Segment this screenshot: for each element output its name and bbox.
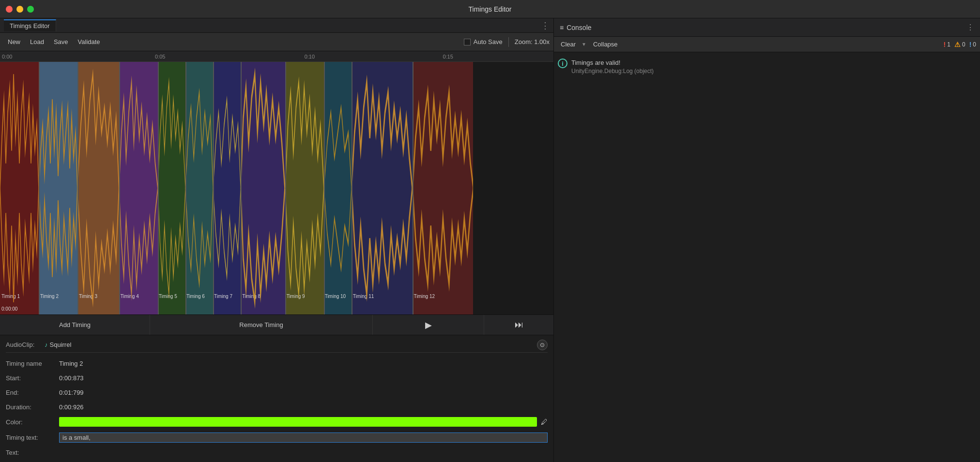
add-timing-label: Add Timing bbox=[59, 321, 91, 328]
transport-bar: Add Timing Remove Timing ▶ ⏭ bbox=[0, 314, 553, 335]
save-button[interactable]: Save bbox=[50, 36, 72, 47]
eyedropper-icon[interactable]: 🖊 bbox=[541, 418, 548, 426]
timing-block-1[interactable]: Timing 1 0:00:00 bbox=[0, 62, 39, 314]
timing-text-input[interactable] bbox=[59, 432, 548, 443]
timing-block-6[interactable]: Timing 6 bbox=[185, 62, 213, 314]
error-count: 1 bbox=[947, 41, 950, 48]
console-title-icon: ≡ bbox=[560, 24, 564, 31]
block-divider bbox=[77, 62, 78, 314]
play-button[interactable]: ▶ bbox=[373, 315, 484, 335]
load-button[interactable]: Load bbox=[26, 36, 48, 47]
timing-block-9[interactable]: Timing 9 bbox=[285, 62, 324, 314]
maximize-button[interactable] bbox=[27, 6, 34, 13]
start-value: 0:00:873 bbox=[59, 374, 84, 382]
add-timing-button[interactable]: Add Timing bbox=[0, 315, 150, 335]
block-divider bbox=[413, 62, 413, 314]
console-options-icon[interactable]: ⋮ bbox=[966, 23, 974, 32]
console-clear-button[interactable]: Clear bbox=[558, 40, 579, 49]
duration-row: Duration: 0:00:926 bbox=[6, 401, 548, 413]
target-button[interactable]: ⊙ bbox=[537, 340, 548, 350]
validate-button[interactable]: Validate bbox=[74, 36, 104, 47]
block-divider bbox=[241, 62, 242, 314]
console-panel: ≡ Console ⋮ Clear ▼ Collapse ! 1 ⚠ 0 ! bbox=[554, 18, 980, 462]
play-icon: ▶ bbox=[425, 320, 432, 330]
timing-block-11[interactable]: Timing 11 bbox=[352, 62, 413, 314]
next-button[interactable]: ⏭ bbox=[484, 315, 553, 335]
remove-timing-button[interactable]: Remove Timing bbox=[150, 315, 373, 335]
timing-block-8[interactable]: Timing 8 bbox=[241, 62, 285, 314]
ruler-mark-10: 0:10 bbox=[305, 54, 315, 60]
warning-count: 0 bbox=[962, 41, 965, 48]
console-warning-count: ⚠ 0 bbox=[954, 41, 965, 48]
audioclip-row: AudioClip: ♪ Squirrel ⊙ bbox=[6, 339, 548, 353]
audioclip-value: Squirrel bbox=[50, 341, 537, 348]
console-entry-message: Timings are valid! bbox=[571, 58, 654, 68]
timeline-ruler: 0:00 0:05 0:10 0:15 bbox=[0, 51, 553, 62]
ruler-mark-0: 0:00 bbox=[2, 54, 12, 60]
error-icon: ! bbox=[944, 41, 946, 48]
timing-block-2[interactable]: Timing 2 bbox=[39, 62, 77, 314]
color-row: Color: 🖊 bbox=[6, 416, 548, 428]
timing-block-3[interactable]: Timing 3 bbox=[77, 62, 119, 314]
color-bar-bg bbox=[59, 417, 537, 427]
main-layout: Timings Editor ⋮ New Load Save Validate … bbox=[0, 18, 980, 462]
properties-panel: AudioClip: ♪ Squirrel ⊙ Timing name Timi… bbox=[0, 335, 553, 462]
console-entry-icon: i bbox=[558, 59, 567, 68]
block-divider bbox=[213, 62, 214, 314]
new-button[interactable]: New bbox=[4, 36, 24, 47]
timing-name-label: Timing name bbox=[6, 360, 59, 367]
toolbar: New Load Save Validate Auto Save Zoom: 1… bbox=[0, 33, 553, 51]
editor-tab[interactable]: Timings Editor bbox=[4, 19, 56, 31]
title-bar: Timings Editor bbox=[0, 0, 980, 18]
block-divider bbox=[119, 62, 120, 314]
start-label: Start: bbox=[6, 374, 59, 382]
close-button[interactable] bbox=[6, 6, 13, 13]
block-divider bbox=[324, 62, 325, 314]
duration-value: 0:00:926 bbox=[59, 403, 84, 411]
timing-name-value: Timing 2 bbox=[59, 360, 83, 367]
timing-text-row: Timing text: bbox=[6, 431, 548, 444]
info-icon: ! bbox=[969, 41, 972, 48]
timing-block-10[interactable]: Timing 10 bbox=[324, 62, 352, 314]
timing-block-12[interactable]: Timing 12 bbox=[413, 62, 474, 314]
ruler-mark-5: 0:05 bbox=[155, 54, 165, 60]
color-label: Color: bbox=[6, 418, 59, 426]
waveform-container[interactable]: 0:00 0:05 0:10 0:15 Timing 1 0:00:00 bbox=[0, 51, 553, 314]
console-title-text: Console bbox=[567, 24, 591, 31]
minimize-button[interactable] bbox=[16, 6, 23, 13]
console-counts: ! 1 ⚠ 0 ! 0 bbox=[944, 41, 976, 48]
window-controls bbox=[6, 6, 34, 13]
block-divider bbox=[352, 62, 352, 314]
console-info-count: ! 0 bbox=[969, 41, 976, 48]
audioclip-label: AudioClip: bbox=[6, 341, 45, 348]
editor-menu-icon[interactable]: ⋮ bbox=[541, 20, 550, 31]
start-row: Start: 0:00:873 bbox=[6, 372, 548, 384]
text-row: Text: bbox=[6, 447, 548, 458]
window-title: Timings Editor bbox=[469, 5, 512, 13]
console-header: ≡ Console ⋮ bbox=[554, 18, 980, 37]
block-divider bbox=[39, 62, 40, 314]
toolbar-divider bbox=[508, 37, 509, 47]
color-bar-container[interactable] bbox=[59, 417, 537, 427]
block-divider bbox=[285, 62, 286, 314]
console-collapse-button[interactable]: Collapse bbox=[589, 40, 622, 49]
timing-block-7[interactable]: Timing 7 bbox=[213, 62, 241, 314]
next-icon: ⏭ bbox=[515, 320, 523, 330]
console-entry: i Timings are valid! UnityEngine.Debug:L… bbox=[558, 56, 976, 76]
duration-label: Duration: bbox=[6, 403, 59, 411]
editor-panel: Timings Editor ⋮ New Load Save Validate … bbox=[0, 18, 554, 462]
block-divider bbox=[185, 62, 186, 314]
waveform-tracks: Timing 1 0:00:00 Timing 2 bbox=[0, 62, 553, 314]
timing-text-label: Timing text: bbox=[6, 434, 59, 441]
console-entry-body: Timings are valid! UnityEngine.Debug:Log… bbox=[571, 58, 654, 75]
info-count: 0 bbox=[973, 41, 976, 48]
end-label: End: bbox=[6, 389, 59, 396]
console-clear-dropdown[interactable]: ▼ bbox=[582, 42, 586, 47]
remove-timing-label: Remove Timing bbox=[239, 321, 283, 328]
timing-block-4[interactable]: Timing 4 bbox=[119, 62, 158, 314]
timing-block-5[interactable]: Timing 5 bbox=[158, 62, 185, 314]
text-label: Text: bbox=[6, 449, 59, 456]
warning-icon: ⚠ bbox=[954, 41, 961, 48]
console-entry-sub: UnityEngine.Debug:Log (object) bbox=[571, 68, 654, 75]
autosave-checkbox[interactable] bbox=[464, 39, 471, 45]
